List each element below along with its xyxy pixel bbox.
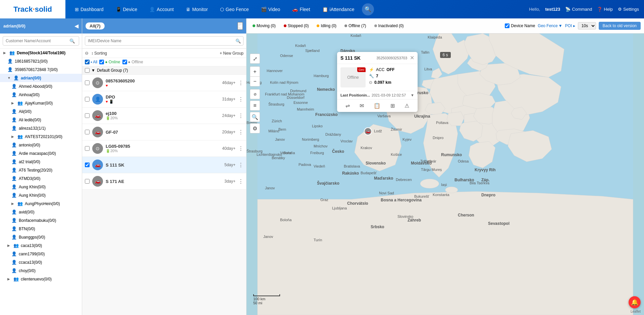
device-meta: 🔋20%	[106, 149, 219, 153]
new-group-button[interactable]: + New Group	[220, 51, 244, 56]
tree-item-antest[interactable]: ▶ 👥 ANTEST202101(0/0)	[0, 132, 82, 141]
popup-close-button[interactable]: ✕	[410, 55, 414, 61]
filter-offline-label: ● Offline	[128, 60, 143, 64]
tree-item-buang[interactable]: 👤 Buanggps(0/0)	[0, 233, 82, 241]
device-menu-button[interactable]: ⋮	[238, 113, 244, 119]
nav-settings[interactable]: ⚙ Settings	[618, 7, 639, 12]
tree-item-choy[interactable]: 👤 choy(0/0)	[0, 266, 82, 275]
settings-map-button[interactable]: ⚙	[250, 123, 260, 133]
device-search-input[interactable]	[85, 36, 244, 46]
tree-item-antonio[interactable]: 👤 antonio(0/0)	[0, 141, 82, 149]
nav-search-button[interactable]: 🔍	[362, 3, 374, 15]
device-marker[interactable]: 🚗	[364, 127, 372, 135]
alert-button[interactable]: ⚠	[402, 102, 411, 110]
device-checkbox[interactable]	[85, 146, 90, 151]
tree-item-at6[interactable]: 👤 AT6 Testing(20/20)	[0, 166, 82, 174]
route-button[interactable]: ⇌	[343, 102, 352, 110]
zoom-in-button[interactable]: +	[250, 66, 260, 76]
tree-item-aungkhin1[interactable]: 👤 Aung Khin(0/0)	[0, 183, 82, 191]
tree-item-clientenuevo[interactable]: ▶ 👥 clientenuevo(0/0)	[0, 275, 82, 283]
tree-item-avid[interactable]: 👤 avid(0/0)	[0, 208, 82, 216]
search-map-button[interactable]: 🔍	[250, 112, 260, 122]
device-checkbox[interactable]	[85, 179, 90, 184]
tree-item-at2[interactable]: 👤 at2 trial(0/0)	[0, 158, 82, 166]
tree-item-demo[interactable]: ▶ 👥 Demo(Stock144/Total190)	[0, 49, 82, 57]
device-checkbox[interactable]	[85, 80, 90, 85]
filter-online[interactable]: ● Online	[99, 60, 120, 64]
tree-item-ali[interactable]: 👤 Ali(0/0)	[0, 107, 82, 116]
tree-item-ccaca13[interactable]: 👤 ccaca13(0/0)	[0, 258, 82, 266]
device-icon: 🚗	[92, 127, 103, 137]
message-button[interactable]: ✉	[358, 102, 366, 110]
device-name-toggle[interactable]: Device Name	[505, 23, 535, 28]
nav-device[interactable]: 📱 Device	[110, 0, 144, 18]
fullscreen-button[interactable]: ⤢	[250, 54, 260, 64]
tree-item-ardie[interactable]: 👤 Ardie macaspac(0/0)	[0, 149, 82, 158]
tree-item-ainhoa[interactable]: 👤 Ainhoa(0/0)	[0, 90, 82, 99]
layers-button[interactable]: ≡	[250, 101, 260, 111]
filter-offline-checkbox[interactable]	[122, 60, 127, 64]
tree-item-user1[interactable]: 👤 18616857821(0/0)	[0, 57, 82, 65]
poi-button[interactable]: POI ▸	[565, 23, 575, 28]
tree-item-ajay[interactable]: ▶ 👥 AjayKumar(0/0)	[0, 99, 82, 107]
filter-offline[interactable]: ● Offline	[122, 60, 143, 64]
tree-item-ali-ledib[interactable]: 👤 Ali ledib(0/0)	[0, 116, 82, 124]
expand-icon[interactable]: ▼	[411, 93, 414, 97]
geo-fence-button[interactable]: Geo Fence ▼	[538, 23, 562, 28]
filter-all-checkbox[interactable]	[85, 60, 90, 64]
logo[interactable]: Track·solid	[0, 0, 65, 18]
device-name-checkbox[interactable]	[505, 23, 509, 28]
tree-label: ANTEST202101(0/0)	[25, 134, 78, 139]
tree-item-cann1799[interactable]: 👤 cann1799(0/0)	[0, 250, 82, 258]
info-button[interactable]: 📋	[372, 102, 382, 110]
tree-item-aungkhin2[interactable]: 👤 Aung Khin(0/0)	[0, 191, 82, 199]
interval-select[interactable]: 10s 30s 1m	[578, 22, 596, 29]
sorting-button[interactable]: ↕ Sorting	[91, 51, 107, 56]
device-checkbox[interactable]	[85, 163, 90, 167]
tree-item-alireza[interactable]: 👤 alireza132(1/1)	[0, 124, 82, 132]
nav-video[interactable]: 🎬 Video	[255, 0, 286, 18]
sidebar-search-button[interactable]: 🔍	[69, 39, 75, 44]
filter-online-checkbox[interactable]	[99, 60, 104, 64]
select-tool-button[interactable]: ⊘	[250, 89, 260, 99]
device-checkbox[interactable]	[85, 97, 90, 102]
device-menu-button[interactable]: ⋮	[238, 80, 244, 86]
device-menu-button[interactable]: ⋮	[238, 178, 244, 185]
device-menu-button[interactable]: ⋮	[238, 96, 244, 103]
map-background[interactable]: Dánsko Kodaň Hamburg Berlín Nemecko Poľs…	[247, 34, 644, 315]
filter-all[interactable]: ▪ All	[85, 60, 97, 64]
tree-item-atmd3[interactable]: 👤 ATMD3(0/0)	[0, 174, 82, 183]
device-menu-button[interactable]: ⋮	[238, 162, 244, 168]
tree-item-caca13[interactable]: ▶ 👥 caca13(0/0)	[0, 241, 82, 250]
nav-command[interactable]: 📡 Command	[565, 7, 592, 12]
tree-item-aungphyo[interactable]: ▶ 👥 AungPhyoHein(0/0)	[0, 199, 82, 208]
nav-account[interactable]: 👤 Account	[143, 0, 180, 18]
group-checkbox[interactable]	[85, 68, 90, 73]
tree-item-adrian[interactable]: ▼ 👤 adrian(0/0)	[0, 74, 82, 82]
nav-fleet[interactable]: 🚗 Fleet	[286, 0, 316, 18]
device-menu-button[interactable]: ⋮	[238, 145, 244, 152]
nav-monitor[interactable]: 🖥 Monitor	[180, 0, 214, 18]
relay-icon: 🔧	[369, 74, 374, 78]
device-checkbox[interactable]	[85, 130, 90, 134]
nav-iattendance[interactable]: 📋 iAttendance	[316, 0, 361, 18]
sidebar-collapse-button[interactable]: ◀	[74, 23, 78, 29]
nav-dashboard[interactable]: ⊞ Dashboard	[69, 0, 110, 18]
device-checkbox[interactable]	[85, 113, 90, 118]
popup-stat-relay: 🔧 7	[369, 74, 414, 78]
tree-item-bonface[interactable]: 👤 Bonfacemabuku(0/0)	[0, 216, 82, 225]
tree-item-btn[interactable]: 👤 BTN(0/0)	[0, 225, 82, 233]
zoom-out-button[interactable]: −	[250, 76, 260, 86]
back-old-button[interactable]: Back to old version	[599, 22, 641, 30]
notification-bell[interactable]: 🔔	[629, 296, 641, 308]
hide-icon-button[interactable]: ⊖	[85, 51, 89, 56]
device-menu-button[interactable]: ⋮	[238, 129, 244, 135]
tree-item-user2[interactable]: 👤 35985708172848 7(0/0)	[0, 65, 82, 74]
sidebar-search-input[interactable]	[3, 36, 79, 46]
user-icon: 👤	[11, 84, 17, 89]
nav-geofence[interactable]: ⬡ Geo Fence	[214, 0, 255, 18]
tree-item-ahmed[interactable]: 👤 Ahmed Abood(0/0)	[0, 82, 82, 90]
nav-help[interactable]: ❓ Help	[597, 7, 613, 12]
grid-button[interactable]: ⊞	[388, 102, 397, 110]
middle-collapse-button[interactable]: ◀	[237, 22, 243, 30]
